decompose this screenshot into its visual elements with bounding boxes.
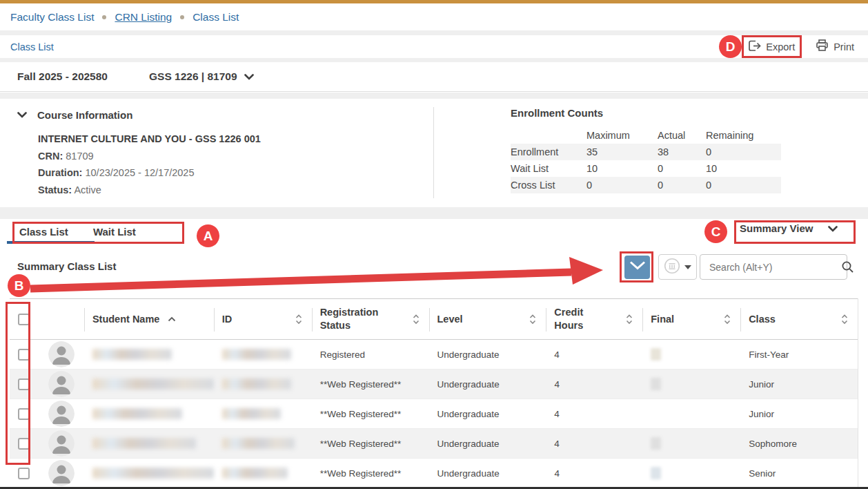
- print-icon: [816, 39, 829, 54]
- credit-hours: 4: [554, 379, 560, 390]
- column-header[interactable]: Final: [642, 299, 740, 339]
- column-header[interactable]: Level: [429, 299, 546, 339]
- vertical-divider: [433, 107, 434, 198]
- ec-value: 0: [706, 144, 781, 160]
- level: Undergraduate: [437, 468, 500, 479]
- view-selector-dropdown[interactable]: Summary View: [740, 222, 838, 234]
- row-checkbox[interactable]: [18, 408, 30, 420]
- class-standing: Senior: [749, 468, 776, 479]
- level-cell: Undergraduate: [429, 439, 546, 449]
- header-avatar-cell: [39, 299, 84, 339]
- ec-corner: [511, 127, 586, 144]
- section-divider: [0, 207, 868, 219]
- ec-label: Enrollment: [511, 144, 586, 160]
- search-input[interactable]: [700, 262, 841, 273]
- sort-ascending-icon[interactable]: [168, 316, 176, 322]
- level: Undergraduate: [437, 349, 500, 360]
- breadcrumb-crn-listing[interactable]: CRN Listing: [115, 11, 172, 23]
- credit-hours: 4: [554, 468, 560, 479]
- table-header-row: Student Name ID Registration Status Leve…: [10, 298, 858, 340]
- final-grade-redacted: [651, 378, 661, 390]
- student-id-redacted: [222, 378, 291, 390]
- tab-class-list[interactable]: Class List: [7, 222, 81, 243]
- registration-status: Registered: [320, 349, 365, 360]
- ec-col-actual: Actual: [658, 127, 706, 144]
- student-id-redacted: [222, 468, 288, 479]
- ec-value: 0: [658, 177, 706, 193]
- table-row: **Web Registered** Undergraduate 4 Sopho…: [10, 429, 858, 459]
- final-grade-cell: [642, 437, 740, 450]
- status-value: Active: [74, 184, 101, 195]
- view-selector-label: Summary View: [740, 222, 813, 234]
- ec-value: 10: [706, 160, 781, 177]
- course-selector-dropdown[interactable]: GSS 1226 | 81709: [149, 70, 254, 83]
- student-name-cell[interactable]: [84, 378, 214, 390]
- ec-label: Wait List: [511, 160, 586, 177]
- row-checkbox[interactable]: [18, 438, 30, 450]
- level-cell: Undergraduate: [429, 468, 546, 479]
- column-header[interactable]: Credit Hours: [546, 299, 642, 339]
- search-icon[interactable]: [841, 260, 854, 274]
- search-box: [700, 254, 847, 280]
- row-select-cell: [10, 408, 39, 420]
- registration-status: **Web Registered**: [320, 409, 402, 419]
- avatar: [48, 341, 75, 367]
- column-label: Registration Status: [320, 306, 397, 332]
- row-checkbox[interactable]: [18, 349, 30, 361]
- registration-status-cell: **Web Registered**: [312, 409, 429, 419]
- row-checkbox[interactable]: [18, 378, 30, 390]
- class-list-table: Student Name ID Registration Status Leve…: [10, 298, 858, 488]
- bulk-action-dropdown[interactable]: [658, 254, 697, 280]
- column-header[interactable]: Class: [740, 299, 858, 339]
- student-name-cell[interactable]: [84, 349, 214, 360]
- breadcrumb-faculty-class-list[interactable]: Faculty Class List: [10, 11, 94, 23]
- sort-toggle-icon[interactable]: [529, 314, 546, 325]
- ec-col-maximum: Maximum: [586, 127, 658, 144]
- collapse-chevron-icon[interactable]: [17, 108, 27, 121]
- student-name-cell[interactable]: [84, 468, 214, 479]
- column-header[interactable]: Student Name: [84, 299, 214, 339]
- registration-status-cell: **Web Registered**: [312, 468, 429, 479]
- breadcrumb-class-list[interactable]: Class List: [193, 11, 239, 23]
- ec-value: 10: [586, 160, 658, 177]
- final-grade-redacted: [651, 467, 661, 479]
- student-id-redacted: [222, 408, 281, 419]
- tab-wait-list[interactable]: Wait List: [81, 222, 148, 243]
- credit-hours: 4: [554, 409, 560, 419]
- sort-toggle-icon[interactable]: [724, 314, 740, 325]
- column-label: Final: [651, 313, 674, 326]
- class-standing: Junior: [749, 409, 774, 419]
- class-standing: Sophomore: [749, 439, 797, 449]
- final-grade-cell: [642, 408, 740, 420]
- page-title: Class List: [10, 41, 54, 52]
- export-button[interactable]: Export: [748, 40, 795, 54]
- print-button[interactable]: Print: [816, 39, 854, 54]
- annotation-badge-c: C: [704, 220, 727, 243]
- student-name-redacted: [92, 438, 196, 449]
- sort-toggle-icon[interactable]: [626, 314, 642, 325]
- sort-toggle-icon[interactable]: [413, 314, 429, 325]
- header-actions: Export Print: [748, 35, 854, 58]
- select-all-checkbox[interactable]: [18, 314, 30, 325]
- column-label: Credit Hours: [554, 306, 595, 332]
- column-label: Class: [749, 313, 776, 326]
- annotation-badge-a: A: [197, 224, 219, 247]
- column-header[interactable]: ID: [214, 299, 312, 339]
- registration-status: **Web Registered**: [320, 379, 402, 390]
- sort-toggle-icon[interactable]: [841, 314, 858, 325]
- column-header[interactable]: Registration Status: [312, 299, 429, 339]
- registration-status: **Web Registered**: [320, 468, 402, 479]
- caret-down-icon: [684, 265, 691, 269]
- breadcrumb-separator-dot: [102, 15, 106, 19]
- ec-value: 38: [658, 144, 706, 160]
- student-id-cell: [214, 408, 312, 419]
- sort-toggle-icon[interactable]: [295, 314, 312, 325]
- email-button[interactable]: [624, 256, 650, 279]
- row-checkbox[interactable]: [18, 468, 30, 479]
- ec-label: Cross List: [511, 177, 586, 193]
- row-select-cell: [10, 438, 39, 450]
- student-name-cell[interactable]: [84, 408, 214, 419]
- student-name-cell[interactable]: [84, 438, 214, 449]
- level: Undergraduate: [437, 409, 500, 419]
- chevron-down-icon: [244, 70, 254, 83]
